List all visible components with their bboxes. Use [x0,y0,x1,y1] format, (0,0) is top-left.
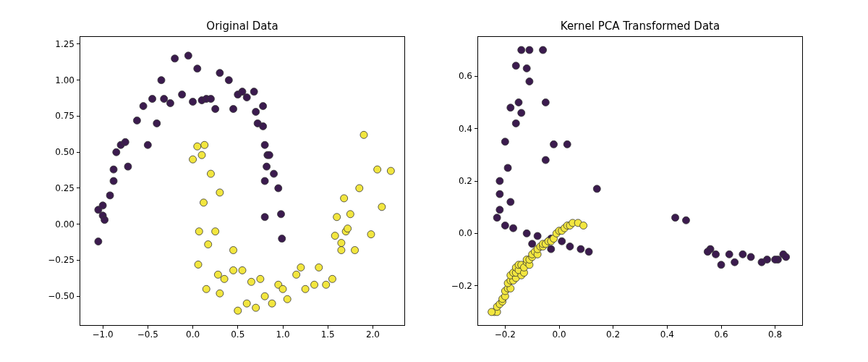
data-point [122,138,129,146]
y-tick-label: 0.25 [55,183,75,193]
data-point [278,235,286,243]
data-point [166,100,174,107]
y-tick-mark [77,116,80,117]
data-point [496,177,503,185]
x-tick-label: 0.5 [231,329,244,340]
data-point [352,247,359,254]
data-point [214,271,221,278]
data-point [512,119,519,127]
data-point [338,240,345,247]
data-point [194,65,201,72]
data-point [718,261,725,269]
data-point [360,131,367,138]
data-point [195,228,203,235]
data-point [566,243,574,250]
data-point [739,251,746,258]
data-point [216,70,224,77]
data-point [261,177,268,185]
x-tick-mark [775,325,775,329]
data-point [95,238,102,245]
y-tick-label: −0.25 [48,255,75,265]
data-point [212,228,219,235]
data-point [221,275,228,282]
data-point [161,96,168,103]
data-point [195,261,202,268]
data-point [293,271,300,278]
y-tick-mark [77,152,80,153]
data-point [542,156,549,164]
data-point [726,251,733,258]
data-point [149,96,156,103]
data-point [323,281,330,288]
data-point [558,237,566,245]
data-point [542,98,549,106]
data-point [488,308,495,316]
data-point [367,231,375,238]
data-point [783,253,790,261]
data-point [523,230,530,237]
y-tick-mark [475,233,478,234]
y-tick-mark [475,181,478,182]
data-point [507,104,514,111]
data-point [315,264,323,271]
figure: Original Data −1.0−0.50.00.51.01.52.0−0.… [0,0,868,362]
data-point [153,119,161,127]
data-point [311,281,318,288]
data-point [593,185,600,193]
x-tick-label: 0.8 [768,329,782,340]
data-point [504,164,511,172]
y-tick-label: 0.00 [55,219,75,230]
data-point [113,148,120,156]
data-point [158,77,165,84]
data-point [268,300,276,307]
data-point [279,285,286,292]
data-point [534,232,541,240]
data-point [346,211,354,218]
data-point [207,96,214,103]
x-tick-mark [559,325,560,329]
data-point [225,77,232,84]
data-point [577,245,584,253]
data-point [518,46,525,54]
data-point [501,222,509,230]
y-tick-label: −0.2 [451,281,472,291]
data-point [548,245,555,253]
x-tick-mark [237,325,238,329]
x-tick-label: 0.0 [552,329,566,340]
data-point [278,211,285,218]
data-point [540,46,547,54]
data-point [387,167,394,174]
y-tick-label: 0.50 [55,147,75,157]
data-point [261,141,268,148]
data-point [106,192,114,199]
y-tick-mark [77,43,80,44]
data-point [772,256,779,264]
data-point [585,248,592,256]
data-point [550,140,558,148]
data-point [356,185,363,192]
data-point [493,214,501,222]
data-point [265,151,273,159]
data-point [496,190,503,198]
data-point [496,206,503,214]
data-point [333,214,341,221]
y-tick-label: 0.4 [459,124,472,134]
y-tick-label: 0.6 [459,71,472,81]
data-point [260,103,267,110]
x-tick-mark [373,325,373,329]
y-tick-label: 0.0 [459,228,472,238]
x-tick-mark [192,325,193,329]
x-tick-label: 0.6 [714,329,728,340]
data-point [207,170,214,177]
y-tick-mark [475,128,478,129]
data-point [526,78,533,85]
data-point [263,163,271,170]
chart-title-right: Kernel PCA Transformed Data [478,20,802,33]
y-tick-mark [77,188,80,188]
data-point [712,251,720,258]
x-tick-mark [103,325,103,329]
data-point [200,199,207,206]
y-tick-mark [475,76,478,77]
data-point [563,140,571,148]
x-tick-mark [721,325,722,329]
